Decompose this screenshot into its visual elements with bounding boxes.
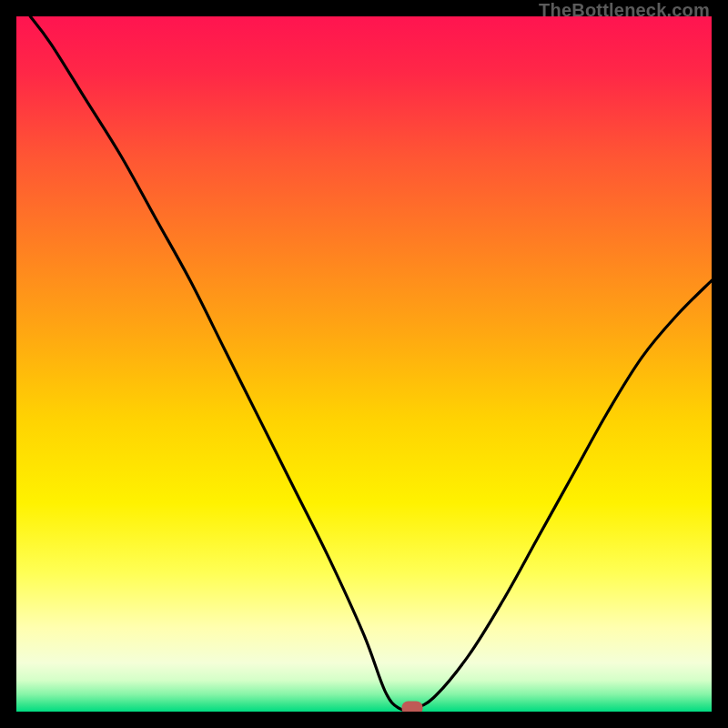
chart-frame: TheBottleneck.com bbox=[0, 0, 728, 728]
optimal-point-marker bbox=[402, 702, 423, 712]
plot-area bbox=[16, 16, 712, 712]
bottleneck-curve bbox=[16, 16, 712, 712]
attribution-text: TheBottleneck.com bbox=[539, 0, 710, 21]
